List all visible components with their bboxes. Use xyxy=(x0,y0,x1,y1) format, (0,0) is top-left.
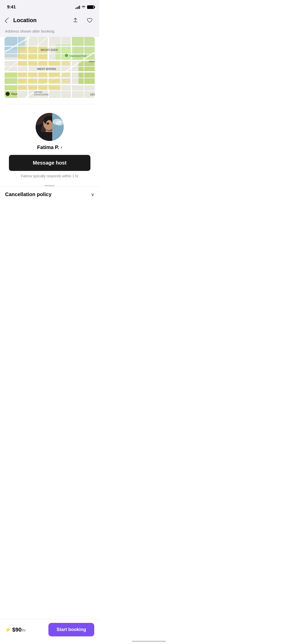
svg-rect-21 xyxy=(84,37,84,98)
svg-rect-47 xyxy=(62,79,70,83)
svg-rect-32 xyxy=(28,61,37,65)
page-title: Location xyxy=(13,17,37,24)
svg-rect-49 xyxy=(62,61,70,65)
cancellation-title: Cancellation policy xyxy=(5,192,51,197)
svg-rect-10 xyxy=(5,66,95,67)
svg-text:GRAND: GRAND xyxy=(34,91,42,93)
status-icons xyxy=(75,5,94,9)
share-icon xyxy=(73,18,78,23)
host-name-text: Fatima P. xyxy=(37,144,59,150)
svg-rect-11 xyxy=(5,71,95,72)
message-host-button[interactable]: Message host xyxy=(9,155,90,171)
svg-text:Legal: Legal xyxy=(90,93,95,95)
share-button[interactable] xyxy=(71,16,80,25)
svg-rect-31 xyxy=(18,61,27,65)
address-subtitle: Address shown after booking xyxy=(0,27,99,37)
svg-rect-45 xyxy=(48,85,60,90)
svg-rect-19 xyxy=(61,37,61,98)
signal-icon xyxy=(75,5,80,9)
back-button[interactable] xyxy=(4,16,12,24)
svg-point-67 xyxy=(56,121,64,126)
svg-rect-48 xyxy=(48,61,60,65)
map-image: MOUNT EDEN Claremont Park ↑ WEST BRONX C… xyxy=(5,37,95,98)
svg-rect-27 xyxy=(18,54,27,59)
header-left: Location xyxy=(4,16,37,24)
svg-text:Claremont Park: Claremont Park xyxy=(70,55,87,57)
host-name[interactable]: Fatima P. › xyxy=(37,144,62,150)
host-avatar[interactable] xyxy=(36,113,64,141)
svg-text:Maps: Maps xyxy=(11,93,17,95)
svg-rect-35 xyxy=(28,72,37,77)
svg-rect-25 xyxy=(18,47,27,53)
host-response-text: Fatima typically responds within 1 hr xyxy=(21,174,78,178)
back-chevron-icon xyxy=(5,18,11,23)
svg-point-69 xyxy=(48,123,49,124)
svg-rect-8 xyxy=(5,53,95,54)
chevron-down-icon: ∨ xyxy=(91,192,94,197)
divider-1 xyxy=(5,104,94,104)
host-name-chevron-icon: › xyxy=(61,145,62,150)
svg-rect-12 xyxy=(5,78,95,78)
svg-rect-44 xyxy=(48,79,60,83)
svg-rect-64 xyxy=(36,132,52,141)
header-actions xyxy=(71,16,94,25)
svg-rect-33 xyxy=(38,61,47,65)
svg-rect-38 xyxy=(28,79,37,83)
svg-rect-41 xyxy=(28,85,37,90)
svg-rect-14 xyxy=(5,90,95,91)
svg-point-56 xyxy=(6,92,10,96)
svg-rect-30 xyxy=(38,54,47,59)
svg-rect-46 xyxy=(62,72,70,77)
header: Location xyxy=(0,13,99,27)
svg-rect-39 xyxy=(38,79,47,83)
heart-icon xyxy=(87,18,92,23)
battery-icon xyxy=(87,5,94,9)
save-button[interactable] xyxy=(85,16,94,25)
host-section: Fatima P. › Message host Fatima typicall… xyxy=(0,110,99,183)
svg-rect-36 xyxy=(38,72,47,77)
svg-text:↑: ↑ xyxy=(66,55,67,57)
map-container[interactable]: MOUNT EDEN Claremont Park ↑ WEST BRONX C… xyxy=(5,37,95,98)
svg-rect-40 xyxy=(18,85,27,90)
svg-rect-43 xyxy=(48,72,60,77)
svg-rect-13 xyxy=(5,84,95,85)
svg-rect-42 xyxy=(38,85,47,90)
svg-text:CROTONA P.: CROTONA P. xyxy=(89,60,95,63)
status-time: 9:41 xyxy=(7,5,16,10)
svg-rect-37 xyxy=(18,79,27,83)
svg-text:WEST BRONX: WEST BRONX xyxy=(37,67,56,70)
cancellation-section: Cancellation policy ∨ xyxy=(0,186,99,202)
wifi-icon xyxy=(82,5,86,9)
avatar-image xyxy=(36,113,64,141)
svg-rect-28 xyxy=(28,54,37,59)
svg-text:MOUNT EDEN: MOUNT EDEN xyxy=(40,49,58,51)
svg-text:CONCOURSE: CONCOURSE xyxy=(34,93,49,96)
svg-rect-65 xyxy=(52,113,64,141)
cancellation-header[interactable]: Cancellation policy ∨ xyxy=(5,192,94,197)
svg-rect-26 xyxy=(28,47,37,53)
status-bar: 9:41 xyxy=(0,0,99,13)
svg-rect-34 xyxy=(18,72,27,77)
